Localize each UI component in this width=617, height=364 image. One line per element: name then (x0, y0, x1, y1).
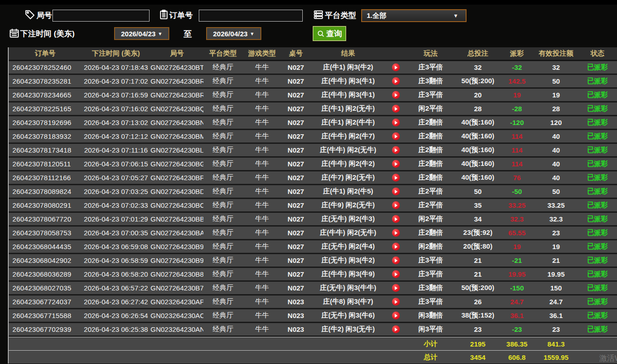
cell-status: 已派彩 (578, 132, 617, 141)
play-video-button[interactable] (392, 325, 400, 333)
cell-play-method: 闲2翻倍 (405, 242, 456, 251)
cell-status: 已派彩 (578, 228, 617, 237)
play-video-button[interactable] (392, 174, 400, 182)
cell-result: 庄(牛牛) 闲3(牛1) (310, 77, 386, 85)
cell-video (386, 146, 405, 154)
cell-video (386, 201, 405, 209)
subtotal-label: 小计 (405, 340, 456, 348)
date-to-button[interactable]: 2026/04/23 ▼ (206, 27, 261, 40)
play-video-button[interactable] (392, 63, 400, 71)
cell-valid-bet: 24.7 (534, 298, 578, 306)
cell-order-no: 260423078234665 (9, 91, 81, 99)
table-row: 2604230781839322026-04-23 07:12:12GN0272… (9, 130, 617, 144)
cell-platform-type: 经典厅 (203, 173, 242, 182)
cell-game-type: 牛牛 (242, 242, 282, 251)
cell-result: 庄(牛牛) 闲3(牛1) (310, 91, 386, 99)
cell-game-type: 牛牛 (242, 146, 282, 154)
cell-valid-bet: 40 (534, 132, 578, 140)
cell-table-no: N027 (282, 63, 310, 71)
cell-order-no: 260423067715588 (9, 312, 81, 319)
total-valid-bet: 1559.95 (534, 353, 578, 361)
table-row: 2604230680444352026-04-23 06:59:08GN0272… (9, 240, 617, 254)
cell-status: 已派彩 (578, 173, 617, 182)
play-video-button[interactable] (392, 312, 400, 319)
server-list-icon (313, 10, 323, 20)
cell-order-no: 260423078225165 (9, 105, 81, 113)
table-row: 2604230680362892026-04-23 06:58:20GN0272… (9, 268, 617, 282)
cell-total-bet: 32 (456, 63, 500, 71)
cell-platform-type: 经典厅 (203, 91, 242, 99)
play-video-button[interactable] (392, 215, 400, 223)
cell-play-method: 闲3平倍 (405, 325, 456, 334)
play-video-button[interactable] (392, 243, 400, 250)
cell-round-no: GN027264230B7 (150, 284, 203, 292)
platform-type-select[interactable]: 1.全部 ▼ (361, 9, 467, 22)
order-no-label: 订单号 (169, 10, 193, 22)
cell-table-no: N027 (282, 132, 310, 140)
cell-table-no: N023 (282, 325, 310, 333)
cell-order-no: 260423078120511 (9, 160, 81, 168)
cell-video (386, 325, 405, 333)
cell-bet-time: 2026-04-23 06:58:20 (81, 270, 150, 278)
cell-result: 庄(牛牛) 闲2(无牛) (310, 228, 386, 237)
play-video-button[interactable] (392, 201, 400, 209)
cell-result: 庄(牛牛) 闲3(牛9) (310, 270, 386, 279)
table-row: 2604230780587532026-04-23 07:00:35GN0272… (9, 227, 617, 240)
cell-game-type: 牛牛 (242, 118, 282, 127)
play-video-button[interactable] (392, 105, 400, 113)
cell-round-no: GN027264230BC (150, 201, 203, 209)
cell-round-no: GN027264230BR (150, 91, 203, 99)
play-icon (395, 162, 398, 166)
cell-video (386, 105, 405, 113)
cell-bet-time: 2026-04-23 07:02:33 (81, 201, 150, 209)
cell-order-no: 260423068042902 (9, 256, 81, 264)
play-video-button[interactable] (392, 229, 400, 237)
cell-valid-bet: 32 (534, 63, 578, 71)
search-button[interactable]: 查询 (313, 26, 346, 41)
header-result: 结果 (310, 49, 386, 58)
cell-bet-time: 2026-04-23 07:17:02 (81, 77, 150, 85)
chevron-down-icon: ▼ (250, 31, 254, 36)
cell-payout: 114 (500, 146, 534, 154)
date-from-button[interactable]: 2026/04/23 ▼ (114, 27, 169, 40)
play-video-button[interactable] (392, 256, 400, 264)
calendar-icon (9, 28, 19, 38)
cell-platform-type: 经典厅 (203, 104, 242, 113)
cell-bet-time: 2026-04-23 07:12:12 (81, 132, 150, 140)
cell-table-no: N027 (282, 284, 310, 292)
play-video-button[interactable] (392, 91, 400, 99)
cell-round-no: GN027264230BR (150, 77, 203, 85)
play-video-button[interactable] (392, 298, 400, 306)
table-row: 2604230677240372026-04-23 06:27:42GN0232… (9, 296, 617, 309)
round-no-input[interactable] (52, 10, 150, 22)
order-no-input[interactable] (199, 10, 303, 22)
play-video-button[interactable] (392, 270, 400, 278)
cell-game-type: 牛牛 (242, 325, 282, 334)
cell-play-method: 庄2平倍 (405, 201, 456, 210)
cell-play-method: 庄2翻倍 (405, 159, 456, 168)
cell-play-method: 庄3平倍 (405, 297, 456, 306)
table-row: 2604230781121662026-04-23 07:05:27GN0272… (9, 171, 617, 185)
play-video-button[interactable] (392, 119, 400, 126)
cell-platform-type: 经典厅 (203, 118, 242, 127)
cell-play-method: 庄2翻倍 (405, 146, 456, 154)
cell-table-no: N027 (282, 105, 310, 113)
cell-play-method: 庄2翻倍 (405, 118, 456, 127)
cell-bet-time: 2026-04-23 07:03:25 (81, 188, 150, 195)
cell-payout: -23 (500, 325, 534, 333)
play-video-button[interactable] (392, 77, 400, 85)
cell-round-no: GN027264230BQ (150, 105, 203, 113)
play-video-button[interactable] (392, 160, 400, 168)
play-video-button[interactable] (392, 188, 400, 195)
play-video-button[interactable] (392, 284, 400, 292)
play-video-button[interactable] (392, 146, 400, 154)
play-icon (395, 66, 398, 69)
cell-payout: 142.5 (500, 77, 534, 85)
play-video-button[interactable] (392, 132, 400, 140)
cell-valid-bet: 19 (534, 91, 578, 99)
cell-result: 庄(牛8) 闲3(牛7) (310, 297, 386, 306)
cell-video (386, 77, 405, 85)
platform-type-label: 平台类型 (325, 10, 356, 22)
cell-game-type: 牛牛 (242, 201, 282, 210)
cell-status: 已派彩 (578, 146, 617, 154)
